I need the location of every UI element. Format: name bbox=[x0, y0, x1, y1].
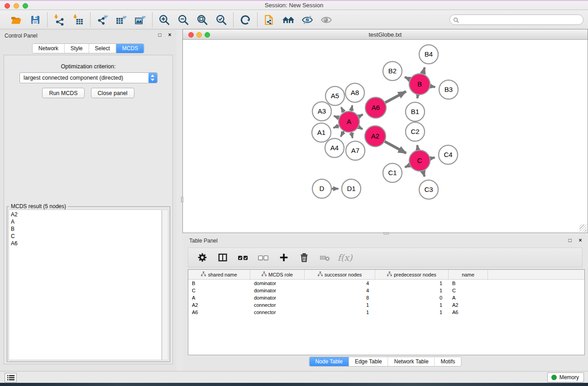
edge-A-A6[interactable] bbox=[359, 114, 363, 117]
select-all-icon[interactable] bbox=[237, 252, 249, 263]
float-panel-icon[interactable]: □ bbox=[157, 32, 163, 38]
column-header-shared-name[interactable]: shared name bbox=[188, 270, 250, 279]
table-cell[interactable]: 1 bbox=[375, 280, 449, 287]
export-network-icon[interactable] bbox=[96, 14, 109, 26]
edge-C-C4[interactable] bbox=[430, 157, 435, 158]
edge-A-A3[interactable] bbox=[334, 116, 339, 118]
open-file-icon[interactable] bbox=[10, 14, 23, 26]
maximize-window-button[interactable] bbox=[23, 3, 28, 9]
table-tab-node-table[interactable]: Node Table bbox=[309, 357, 349, 366]
apply-layout-icon[interactable] bbox=[239, 14, 252, 26]
result-item[interactable]: C bbox=[11, 233, 159, 240]
result-item[interactable]: A2 bbox=[11, 211, 159, 218]
edge-B-B1[interactable] bbox=[417, 95, 418, 98]
table-cell[interactable]: 1 bbox=[305, 301, 375, 309]
result-list-scrollbar[interactable] bbox=[162, 210, 168, 360]
corner-resize-grip[interactable] bbox=[579, 224, 587, 232]
table-row[interactable]: A2connector11A2 bbox=[188, 301, 584, 309]
edge-C-C2[interactable] bbox=[417, 145, 418, 150]
table-tab-edge-table[interactable]: Edge Table bbox=[349, 357, 388, 366]
table-cell[interactable]: 8 bbox=[305, 294, 375, 301]
table-tab-network-table[interactable]: Network Table bbox=[388, 357, 435, 366]
run-mcds-button[interactable]: Run MCDS bbox=[42, 88, 84, 98]
left-resize-grip[interactable] bbox=[181, 197, 183, 202]
edge-A-A1[interactable] bbox=[334, 126, 339, 128]
result-item[interactable]: A6 bbox=[11, 240, 159, 247]
edge-A-A4[interactable] bbox=[341, 131, 344, 137]
column-header-name[interactable]: name bbox=[449, 270, 488, 279]
task-history-button[interactable] bbox=[5, 373, 17, 382]
export-table-icon[interactable] bbox=[115, 14, 128, 26]
home-icon[interactable] bbox=[282, 14, 295, 26]
table-cell[interactable]: 0 bbox=[375, 294, 449, 301]
delete-column-icon[interactable] bbox=[298, 252, 310, 263]
tab-select[interactable]: Select bbox=[89, 44, 116, 53]
network-minimize-button[interactable] bbox=[196, 32, 202, 38]
edge-A-A5[interactable] bbox=[341, 107, 344, 112]
table-cell[interactable]: connector bbox=[250, 301, 305, 309]
show-graphics-details-icon[interactable] bbox=[320, 14, 333, 26]
table-cell[interactable]: dominator bbox=[250, 294, 305, 301]
result-item[interactable]: A bbox=[11, 218, 159, 225]
table-cell[interactable]: B bbox=[449, 280, 488, 287]
edge-A-A2[interactable] bbox=[359, 127, 363, 129]
save-session-icon[interactable] bbox=[29, 14, 42, 26]
table-row[interactable]: Cdominator41C bbox=[188, 287, 584, 294]
import-table-icon[interactable] bbox=[72, 14, 85, 26]
table-cell[interactable]: 1 bbox=[375, 309, 449, 316]
table-cell[interactable]: A bbox=[188, 294, 250, 301]
table-row[interactable]: A6connector11A6 bbox=[188, 309, 584, 316]
zoom-in-icon[interactable] bbox=[158, 14, 171, 26]
bottom-resize-grip[interactable] bbox=[383, 232, 389, 234]
edge-A-A8[interactable] bbox=[351, 105, 353, 111]
table-cell[interactable]: C bbox=[449, 287, 488, 294]
edge-B-B3[interactable] bbox=[430, 86, 435, 87]
table-cell[interactable]: C bbox=[188, 287, 250, 294]
add-column-icon[interactable] bbox=[278, 252, 290, 263]
edge-A6-B[interactable] bbox=[385, 91, 406, 102]
show-columns-icon[interactable] bbox=[217, 252, 229, 263]
minimize-window-button[interactable] bbox=[14, 3, 19, 9]
table-cell[interactable]: 1 bbox=[375, 301, 449, 309]
network-close-button[interactable] bbox=[188, 32, 194, 38]
table-row[interactable]: Adominator80A bbox=[188, 294, 584, 301]
column-header-predecessor-nodes[interactable]: predecessor nodes bbox=[375, 270, 449, 279]
network-maximize-button[interactable] bbox=[205, 32, 210, 38]
table-cell[interactable]: A bbox=[449, 294, 488, 301]
table-cell[interactable]: 4 bbox=[305, 280, 375, 287]
table-cell[interactable]: 4 bbox=[305, 287, 375, 294]
table-float-icon[interactable]: □ bbox=[567, 237, 573, 243]
search-input[interactable] bbox=[449, 14, 583, 25]
function-builder-icon[interactable]: f(x) bbox=[339, 252, 351, 263]
unselect-all-icon[interactable] bbox=[258, 252, 269, 263]
network-window-titlebar[interactable]: testGlobe.txt bbox=[183, 29, 588, 40]
zoom-fit-icon[interactable] bbox=[196, 14, 209, 26]
table-cell[interactable]: B bbox=[188, 280, 250, 287]
network-canvas[interactable]: B4B2BB3A5A8A6B1A3AC2A1A2A4A7C4CC1DD1C3 bbox=[183, 40, 588, 233]
close-window-button[interactable] bbox=[5, 3, 10, 9]
tab-style[interactable]: Style bbox=[65, 44, 89, 53]
column-header-successor-nodes[interactable]: successor nodes bbox=[305, 270, 375, 279]
table-cell[interactable]: 1 bbox=[305, 309, 375, 316]
edge-B-B2[interactable] bbox=[405, 77, 410, 79]
table-cell[interactable]: A2 bbox=[449, 301, 488, 309]
close-panel-button[interactable]: Close panel bbox=[91, 88, 134, 98]
table-cell[interactable]: A2 bbox=[188, 301, 250, 309]
zoom-selected-icon[interactable] bbox=[215, 14, 228, 26]
new-network-icon[interactable] bbox=[263, 14, 276, 26]
table-cell[interactable]: dominator bbox=[250, 287, 305, 294]
memory-button[interactable]: Memory bbox=[547, 372, 584, 382]
mcds-result-list[interactable]: A2ABCA6 bbox=[9, 210, 162, 360]
hide-graphics-details-icon[interactable] bbox=[301, 14, 314, 26]
table-row[interactable]: Bdominator41B bbox=[188, 280, 584, 287]
edge-A-A7[interactable] bbox=[351, 132, 353, 138]
column-header-MCDS-role[interactable]: MCDS role bbox=[250, 270, 305, 279]
zoom-out-icon[interactable] bbox=[177, 14, 190, 26]
delete-table-icon[interactable] bbox=[319, 252, 330, 263]
table-settings-icon[interactable] bbox=[196, 252, 208, 263]
edge-B-B4[interactable] bbox=[423, 67, 425, 74]
table-cell[interactable]: A6 bbox=[188, 309, 250, 316]
table-close-icon[interactable]: × bbox=[577, 237, 583, 243]
criterion-dropdown[interactable]: largest connected component (directed) bbox=[19, 72, 158, 83]
table-tab-motifs[interactable]: Motifs bbox=[435, 357, 461, 366]
